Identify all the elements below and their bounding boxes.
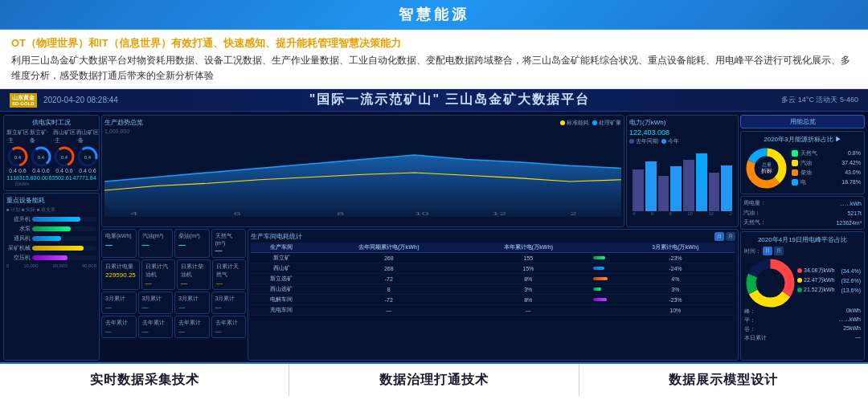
peak-chart-title: 2020年4月19日用电峰平谷占比 [744,235,861,244]
elec-bar-6 [696,153,707,211]
bar-fill-2 [32,226,71,231]
dashboard-main-title: "国际一流示范矿山" 三山岛金矿大数据平台 [118,92,782,108]
svg-text:2: 2 [570,211,577,216]
donut-chart: 总量 折标 [744,146,788,190]
td-curr: 15% [465,263,592,274]
stat-weekly-label: 周电量： [743,199,766,207]
footer-item-1: 实时数据采集技术 [0,364,289,396]
peak-toggle-day[interactable]: 日 [763,247,772,255]
td-prev: 268 [313,253,465,263]
chart-legend: 标准能耗 处理矿量 [560,118,621,127]
peak-chart-panel: 2020年4月19日用电峰平谷占比 时间： 日 月 [740,231,865,361]
th-curr: 本年累计电(万kWh) [465,243,592,253]
td-name: 西山矿 [251,263,313,274]
stats-row: 周电量： ……kWh 汽油： 5217t 天然气： 123624m³ [740,196,865,230]
daily-gas-value: — [216,279,242,287]
pie-valley-pct: (13.6%) [841,288,861,293]
gas-value: — [215,247,243,255]
footer-label-1: 实时数据采集技术 [90,372,199,389]
elec-bar-3 [658,176,669,211]
svg-text:12: 12 [492,211,506,216]
elec-x-4: 10 [687,211,693,216]
pie-dot-valley [797,288,802,292]
elec-value: — [105,241,133,249]
elec-bar-8 [721,165,732,212]
td-prev: -72 [313,274,465,284]
elec-x-labels: 4 6 8 10 12 2 [629,211,735,216]
ytd-gas-label: 去年累计 [215,319,243,327]
svg-text:6: 6 [234,211,241,216]
td-curr: 155 [465,253,592,263]
toggle-month[interactable]: 月 [726,232,735,241]
elec-x-1: 4 [633,211,635,216]
page-header: 智慧能源 [0,0,868,30]
pie-valley-label: 21.52万kWh [804,286,835,294]
bar-label-1: 提升机 [6,215,31,223]
td-bar [592,284,616,295]
bar-track-2 [32,226,96,231]
gauge-num-3: 63502.61 [48,175,72,181]
gauge-circle-1: 0.4 [6,145,29,168]
pbs-today: 本日累计 — [744,334,861,342]
stat-petrol-label: 汽油： [743,209,760,217]
gauge-label-3: 西山矿区·主 [53,128,76,145]
stat-weekly-value: ……kWh [839,201,862,206]
month-petrol-value: — [142,304,170,311]
month-diesel-display: 3月累计 — [174,292,210,314]
toggle-day[interactable]: 日 [714,232,724,241]
daily-diesel-label: 日累计柴油机 [181,263,207,279]
donut-legend-gas: 天然气 0.8% [792,149,861,157]
gauge-num-2: 0.00 [37,175,48,181]
td-curr: 8% [465,274,592,284]
table-row: 新立矿 268 155 -23% [251,253,735,263]
gauge-num-4: 47771.84 [72,175,96,181]
peak-toggle-month[interactable]: 月 [774,247,784,255]
td-name: 新立矿 [251,253,313,263]
daily-elec-label: 日累计电量 [105,263,136,271]
ytd-elec-label: 去年累计 [105,319,133,327]
th-prev: 去年同期累计电(万kWh) [313,243,465,253]
footer-item-3: 数据展示模型设计 [579,364,868,396]
gauge-value-4: 0.4 0.6 [79,168,96,173]
pbs-valley-label: 谷： [744,325,755,333]
gauge-label-4: 西山矿区·备 [76,128,99,145]
table-row: 充电车间 — — 10% [251,305,735,316]
axis-3: 40,000 [82,263,96,268]
energy-month-row: 3月累计 — 3月累计 — 3月累计 — 3月累计 [101,292,246,314]
logo-cn: 山东黄金 [12,95,35,101]
diesel-display: 柴油(m³) — [174,229,210,258]
energy-row-labels: 电量(kWh) — 汽油(m³) — 柴油(m³) — 天然气(m³) [101,229,246,258]
legend-ore: 处理矿量 [592,118,621,127]
donut-legend-diesel: 柴油 43.0% [792,169,861,177]
daily-petrol-label: 日累计汽油机 [145,263,171,279]
pie-chart-wrap [744,257,792,305]
td-month: -24% [616,263,735,274]
svg-text:0.4: 0.4 [38,155,45,160]
mine-table-label: 生产车间电耗统计 [251,232,302,241]
svg-text:0.4: 0.4 [84,155,92,160]
legend-prev-year: 去年同期 [629,137,658,145]
gauge-unit-1: 日kWh [6,181,36,188]
gauge-circle-2: 0.4 [30,145,52,168]
month-petrol-display: 3月累计 — [138,292,174,314]
donut-text-elec: 电 [800,178,806,186]
production-svg: 4 6 8 10 12 2 [104,128,621,217]
pbs-flat-value: ……kWh [838,316,861,324]
pbs-today-value: — [855,334,861,342]
page-title: 智慧能源 [399,6,469,22]
petrol-label: 汽油(m³) [142,232,170,240]
dashboard-area: 山东黄金 SD-GOLD 2020-04-20 08:28:44 "国际一流示范… [0,89,868,362]
footer-label-3: 数据展示模型设计 [669,372,778,389]
dashboard-logo: 山东黄金 SD-GOLD [10,93,37,108]
elec-bar-2 [645,161,657,211]
donut-color-elec [792,179,798,186]
pie-bottom-stats: 峰： 0kWh 平： ……kWh 谷： 25kWh 本日累计 — [744,308,861,342]
pie-svg [744,257,796,309]
ytd-diesel-label: 去年累计 [178,319,206,327]
gauge-item-3: 西山矿区·主 0.4 0.4 0.6 [53,128,76,173]
month-gas-label: 3月累计 [215,295,243,303]
td-month: 4% [616,274,735,284]
legend-curr-label: 今年 [668,137,679,145]
bar-item-1: 提升机 [6,215,96,223]
td-month: 10% [616,305,735,316]
